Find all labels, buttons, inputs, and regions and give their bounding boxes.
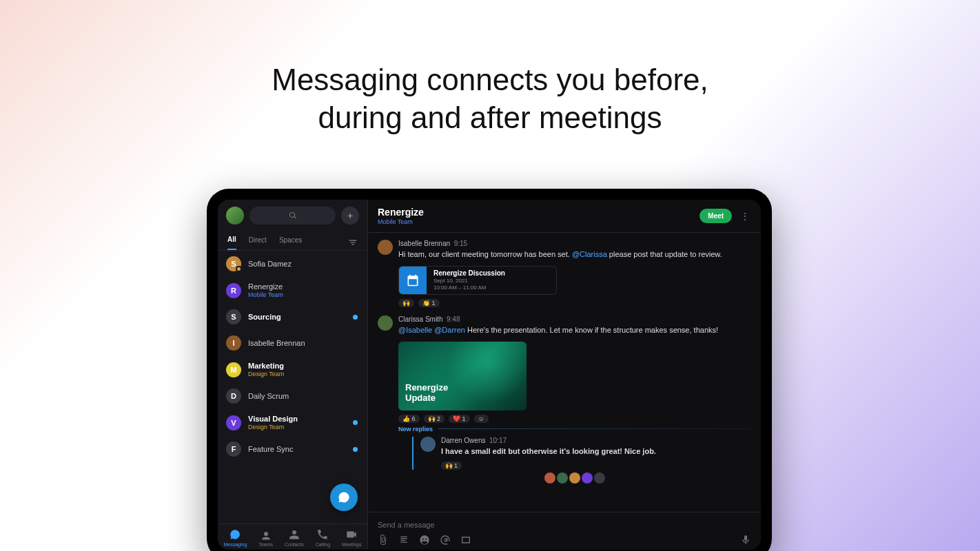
nav-teams[interactable]: Teams [258,528,273,547]
conversation-item[interactable]: V Visual DesignDesign Team [218,409,367,436]
meetings-icon [345,528,358,541]
participant-avatar [557,472,568,484]
conversation-item[interactable]: S Sourcing [218,304,367,330]
chat-scroll[interactable]: Isabelle Brennan 9:15 Hi team, our clien… [368,233,761,512]
conversation-name: Feature Sync [248,445,359,453]
reaction[interactable]: 🙌 2 [424,415,445,423]
reaction[interactable]: 👍 6 [398,415,420,423]
message-text: Hi team, our client meeting tomorrow has… [398,249,751,260]
conversation-item[interactable]: F Feature Sync [218,436,367,462]
attachment-thumbnail[interactable]: Renergize Update [398,342,527,410]
message-author: Darren Owens [441,437,485,444]
tablet-frame: + All Direct Spaces S Sofia Damez R Rene… [207,189,772,551]
calendar-icon [399,267,427,294]
nav-label: Contacts [285,542,304,547]
nav-label: Meetings [342,542,361,547]
sidebar-tabs: All Direct Spaces [218,231,367,251]
conversation-item[interactable]: D Daily Scrum [218,383,367,409]
avatar [378,240,393,255]
nav-meetings[interactable]: Meetings [342,528,361,547]
chat-panel: Renergize Mobile Team Meet ⋮ Isabelle Br… [368,200,761,550]
format-icon[interactable] [398,534,409,547]
nav-contacts[interactable]: Contacts [285,528,304,547]
reactions: 🙌👏 1 [398,299,751,307]
avatar: F [226,441,241,457]
avatar: R [226,283,241,298]
more-icon[interactable]: ⋮ [739,211,751,222]
bottom-nav: MessagingTeamsContactsCallingMeetings [218,523,367,550]
tab-direct[interactable]: Direct [249,236,267,249]
participant-avatar [582,472,593,484]
mention[interactable]: @Isabelle [398,326,432,334]
event-date: Sept 10, 2021 [433,278,505,284]
conversation-list: S Sofia Damez R RenergizeMobile Team S S… [218,251,367,523]
mention[interactable]: @Darren [434,326,465,334]
nav-label: Calling [316,542,330,547]
compose-icon [337,490,351,504]
chat-subtitle: Mobile Team [378,218,424,225]
event-time: 10:00 AM – 11:00 AM [433,284,505,291]
emoji-icon[interactable] [419,534,430,547]
conversation-name: Renergize [248,282,359,291]
reaction[interactable]: 👏 1 [418,299,440,307]
thread-participants[interactable] [398,472,751,484]
avatar: V [226,415,241,430]
event-card[interactable]: Renergize Discussion Sept 10, 2021 10:00… [398,266,557,295]
conversation-sub: Mobile Team [248,291,359,298]
unread-indicator [353,447,358,452]
meet-button[interactable]: Meet [700,209,732,223]
mention-icon[interactable] [440,534,451,547]
nav-calling[interactable]: Calling [316,528,330,547]
conversation-name: Sourcing [248,313,359,321]
attach-icon[interactable] [378,534,389,547]
calling-icon [316,528,329,541]
conversation-item[interactable]: R RenergizeMobile Team [218,277,367,304]
messaging-icon [229,528,241,541]
tab-all[interactable]: All [227,236,236,250]
conversation-item[interactable]: I Isabelle Brennan [218,330,367,356]
nav-label: Teams [258,542,273,547]
avatar: S [226,256,241,271]
conversation-sub: Design Team [248,424,359,430]
reaction[interactable]: ❤️ 1 [449,415,470,423]
search-input[interactable] [249,207,336,225]
conversation-name: Marketing [248,362,359,370]
reaction[interactable]: 🙌 [398,299,414,307]
avatar: S [226,309,241,324]
reaction[interactable]: ☺ [474,415,489,423]
participant-avatar [544,472,555,484]
message-text: @Isabelle @Darren Here's the presentatio… [398,325,751,336]
new-conversation-button[interactable]: + [341,207,359,225]
user-avatar[interactable] [226,207,244,225]
reactions: 👍 6🙌 2❤️ 1☺ [398,415,751,423]
avatar: I [226,335,241,351]
message-author: Clarissa Smith [398,315,442,323]
message-author: Isabelle Brennan [398,240,450,247]
tab-spaces[interactable]: Spaces [279,236,302,249]
sidebar: + All Direct Spaces S Sofia Damez R Rene… [218,200,368,550]
message: Clarissa Smith 9:48 @Isabelle @Darren He… [378,315,751,484]
message-time: 9:48 [447,315,460,323]
composer-toolbar [378,534,751,550]
thread-reply: Darren Owens 10:17 I have a small edit b… [412,437,751,470]
unread-indicator [353,420,358,425]
contacts-icon [288,528,300,541]
mic-icon[interactable] [740,534,751,547]
avatar: M [226,362,241,377]
app-screen: + All Direct Spaces S Sofia Damez R Rene… [218,200,761,550]
filter-icon[interactable] [348,238,358,249]
participant-avatar [569,472,580,484]
composer-input[interactable]: Send a message [378,518,751,534]
compose-fab[interactable] [330,484,358,511]
reaction[interactable]: 🙌1 [441,461,462,470]
conversation-item[interactable]: M MarketingDesign Team [218,356,367,383]
conversation-name: Daily Scrum [248,392,359,400]
teams-icon [260,528,272,541]
avatar [420,437,436,452]
conversation-item[interactable]: S Sofia Damez [218,251,367,277]
nav-messaging[interactable]: Messaging [224,528,247,547]
mention[interactable]: @Clarissa [572,250,607,258]
nav-label: Messaging [224,542,247,547]
gif-icon[interactable] [460,534,471,547]
conversation-name: Isabelle Brennan [248,339,359,347]
